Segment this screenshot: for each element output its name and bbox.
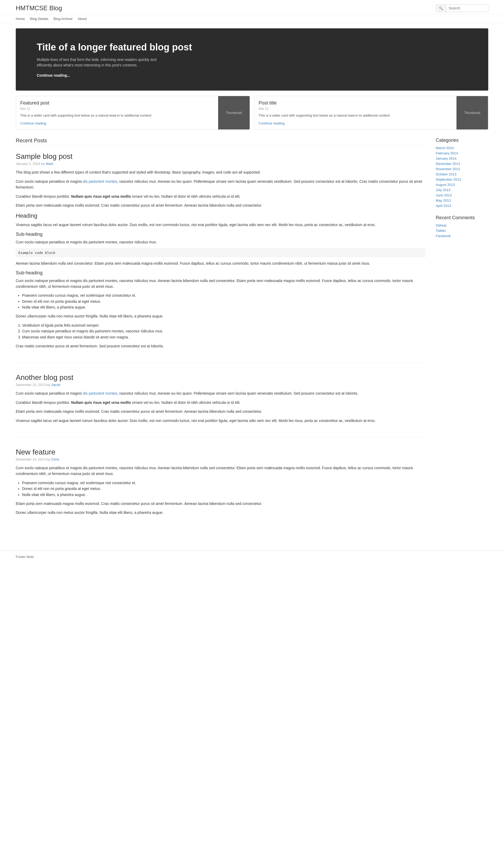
post-1-link-1[interactable]: dis parturient montes <box>83 179 117 184</box>
category-link[interactable]: October 2013 <box>436 172 456 176</box>
search-form: 🔍 <box>436 4 488 12</box>
comment-link[interactable]: Twitter <box>436 229 446 233</box>
nav-blog-archive[interactable]: Blog Archive <box>54 17 72 21</box>
main-container: Recent Posts Sample blog post January 1,… <box>16 138 488 539</box>
post-1-code-after: Aenean lacinia bibendum nulla sed consec… <box>16 260 425 266</box>
card-1-link[interactable]: Continue reading <box>20 121 46 125</box>
comment-link[interactable]: Facebook <box>436 234 451 238</box>
category-march-2014: March 2014 <box>436 146 488 150</box>
nav-blog-details[interactable]: Blog Details <box>30 17 48 21</box>
blog-post-1: Sample blog post January 1, 2014 by Mark… <box>16 152 425 363</box>
list-item: Donec id elit non mi porta gravida at eg… <box>22 299 425 304</box>
card-1-date: Nov 12 <box>20 107 214 110</box>
post-1-heading-3-text: Cum sociis natoque penatibus et magnis d… <box>16 278 425 290</box>
post-1-ol: Vestibulum id ligula porta felis euismod… <box>22 323 425 340</box>
category-link[interactable]: September 2013 <box>436 178 461 181</box>
post-1-ul: Praesent commodo cursus magna, vel scele… <box>22 292 425 310</box>
comment-facebook: Facebook <box>436 234 488 238</box>
list-item: Vestibulum id ligula porta felis euismod… <box>22 323 425 328</box>
card-1: Featured post Nov 12 This is a wider car… <box>16 96 250 130</box>
category-feb-2014: February 2014 <box>436 151 488 155</box>
blog-post-3: New feature December 14, 2013 by Chris C… <box>16 448 425 529</box>
nav-home[interactable]: Home <box>16 17 25 21</box>
list-item: Praesent commodo cursus magna, vel scele… <box>22 480 425 486</box>
post-3-ul: Praesent commodo cursus magna, vel scele… <box>22 480 425 498</box>
category-may-2013: May 2013 <box>436 198 488 203</box>
card-2-text: This is a wider card with supporting tex… <box>258 113 452 118</box>
post-2-body: Cum sociis natoque penatibus et magnis d… <box>16 390 425 423</box>
footer-note: Footer Note <box>16 555 34 559</box>
post-1-para-3: Curabitur blandit tempus porttitor. Null… <box>16 194 425 199</box>
card-1-text: This is a wider card with supporting tex… <box>20 113 214 118</box>
post-2-author-link[interactable]: Jacob <box>51 383 61 387</box>
category-aug-2013: August 2013 <box>436 182 488 187</box>
hero-section: Title of a longer featured blog post Mul… <box>16 28 488 91</box>
category-link[interactable]: March 2014 <box>436 146 454 150</box>
post-1-heading-2: Sub-heading <box>16 232 425 237</box>
category-link[interactable]: February 2014 <box>436 151 458 155</box>
site-header: HMTMCSE Blog 🔍 <box>0 0 504 14</box>
post-3-after-ul: Etiam porta sem malesuada magna mollis e… <box>16 501 425 507</box>
post-2-meta: December 23, 2013 by Jacob <box>16 383 425 387</box>
post-2-link-1[interactable]: dis parturient montes <box>83 391 117 395</box>
site-nav: Home Blog Details Blog Archive About <box>0 14 504 23</box>
categories-heading: Categories <box>436 138 488 143</box>
post-1-para-4: Etiam porta sem malesuada magna mollis e… <box>16 203 425 208</box>
post-3-author-link[interactable]: Chris <box>51 457 59 461</box>
category-link[interactable]: January 2014 <box>436 156 456 160</box>
category-apr-2013: April 2013 <box>436 204 488 208</box>
post-2-para-4: Vivamus sagittis lacus vel augue laoreet… <box>16 418 425 423</box>
comments-list: GitHub Twitter Facebook <box>436 223 488 238</box>
comments-heading: Recent Comments <box>436 215 488 221</box>
hero-continue-link[interactable]: Continue reading... <box>37 73 70 77</box>
sidebar: Categories March 2014 February 2014 Janu… <box>436 138 488 539</box>
list-item: Nulla vitae elit libero, a pharetra augu… <box>22 492 425 498</box>
sidebar-categories: Categories March 2014 February 2014 Janu… <box>436 138 488 208</box>
post-1-title: Sample blog post <box>16 152 425 161</box>
post-3-last-line: Donec ullamcorper nulla non metus auctor… <box>16 510 425 515</box>
category-sep-2013: September 2013 <box>436 177 488 181</box>
category-link[interactable]: August 2013 <box>436 183 455 187</box>
post-2-title: Another blog post <box>16 374 425 382</box>
post-2-para-3: Etiam porta sem malesuada magna mollis e… <box>16 408 425 414</box>
nav-about[interactable]: About <box>78 17 87 21</box>
card-2-title: Post title <box>258 100 452 106</box>
category-link[interactable]: May 2013 <box>436 198 451 203</box>
category-link[interactable]: November 2013 <box>436 167 460 171</box>
search-button[interactable]: 🔍 <box>436 5 446 12</box>
card-2-thumbnail: Thumbnail <box>456 96 488 129</box>
card-2-link[interactable]: Continue reading <box>258 121 284 125</box>
category-link[interactable]: April 2013 <box>436 204 451 208</box>
card-2-date: Nov 11 <box>258 107 452 110</box>
post-1-meta: January 1, 2014 by Mark <box>16 162 425 166</box>
blog-post-2: Another blog post December 23, 2013 by J… <box>16 374 425 437</box>
category-nov-2013: November 2013 <box>436 167 488 171</box>
post-1-para-2: Cum sociis natoque penatibus et magnis d… <box>16 179 425 191</box>
post-1-author-link[interactable]: Mark <box>46 162 53 166</box>
category-jun-2013: June 2013 <box>436 193 488 197</box>
post-3-meta: December 14, 2013 by Chris <box>16 457 425 461</box>
sidebar-comments: Recent Comments GitHub Twitter Facebook <box>436 215 488 238</box>
category-link[interactable]: July 2013 <box>436 188 450 192</box>
comment-github: GitHub <box>436 223 488 227</box>
category-link[interactable]: December 2013 <box>436 162 460 166</box>
list-item: Maecenas sed diam eget risus varius blan… <box>22 334 425 340</box>
hero-title: Title of a longer featured blog post <box>37 41 467 53</box>
post-1-heading-1: Heading <box>16 212 425 219</box>
list-item: Nulla vitae elit libero, a pharetra augu… <box>22 304 425 310</box>
card-1-body: Featured post Nov 12 This is a wider car… <box>16 96 218 129</box>
category-oct-2013: October 2013 <box>436 172 488 176</box>
post-2-para-1: Cum sociis natoque penatibus et magnis d… <box>16 390 425 396</box>
comment-twitter: Twitter <box>436 228 488 233</box>
category-jul-2013: July 2013 <box>436 188 488 192</box>
card-2: Post title Nov 11 This is a wider card w… <box>254 96 488 130</box>
categories-list: March 2014 February 2014 January 2014 De… <box>436 146 488 208</box>
search-input[interactable] <box>446 4 488 12</box>
category-link[interactable]: June 2013 <box>436 193 452 197</box>
post-3-intro: Cum sociis natoque penatibus et magnis d… <box>16 465 425 477</box>
category-jan-2014: January 2014 <box>436 156 488 160</box>
post-1-code-block: Example code block <box>16 248 425 257</box>
comment-link[interactable]: GitHub <box>436 223 446 227</box>
post-1-heading-2-text: Cum sociis natoque penatibus et magnis d… <box>16 239 425 245</box>
card-2-body: Post title Nov 11 This is a wider card w… <box>254 96 456 129</box>
